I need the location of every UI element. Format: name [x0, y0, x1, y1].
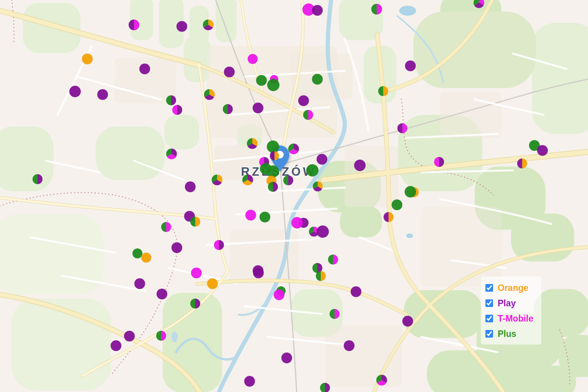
- map-viewport[interactable]: RZESZÓW Orange Play T-Mobile Plus: [0, 0, 588, 392]
- map-dot[interactable]: [303, 110, 313, 120]
- map-dot[interactable]: [397, 123, 407, 133]
- map-dot[interactable]: [306, 164, 318, 176]
- map-dot[interactable]: [288, 144, 299, 154]
- legend-panel: Orange Play T-Mobile Plus: [481, 276, 541, 345]
- map-dot[interactable]: [405, 186, 416, 198]
- map-dot[interactable]: [161, 222, 171, 232]
- map-dot[interactable]: [111, 340, 121, 351]
- map-dot[interactable]: [298, 95, 309, 106]
- map-dot[interactable]: [191, 268, 202, 278]
- map-dot[interactable]: [291, 217, 303, 229]
- legend-row-play: Play: [485, 296, 537, 311]
- map-dot[interactable]: [474, 0, 484, 8]
- map-dot[interactable]: [371, 4, 382, 15]
- map-dot[interactable]: [190, 217, 200, 227]
- map-dot[interactable]: [328, 255, 338, 265]
- plus-checkbox[interactable]: [485, 330, 493, 338]
- map-dot[interactable]: [172, 105, 182, 115]
- map-dot[interactable]: [245, 210, 256, 220]
- map-dot[interactable]: [253, 103, 263, 113]
- map-dot[interactable]: [212, 175, 222, 185]
- map-dot[interactable]: [312, 74, 323, 85]
- map-dot[interactable]: [274, 289, 284, 300]
- legend-label-play: Play: [498, 298, 516, 309]
- map-dot[interactable]: [517, 158, 527, 168]
- map-dot[interactable]: [97, 89, 108, 100]
- legend-row-orange: Orange: [485, 280, 537, 296]
- map-dot[interactable]: [267, 79, 279, 91]
- map-dot[interactable]: [317, 154, 327, 165]
- legend-row-tmobile: T-Mobile: [485, 311, 537, 326]
- map-dot[interactable]: [203, 20, 214, 30]
- map-dot[interactable]: [185, 181, 196, 192]
- map-dot[interactable]: [267, 140, 279, 153]
- map-dot[interactable]: [134, 278, 145, 289]
- map-dot[interactable]: [537, 145, 548, 156]
- map-dot[interactable]: [313, 181, 323, 191]
- map-dot[interactable]: [244, 376, 255, 387]
- map-dot[interactable]: [69, 86, 81, 97]
- map-dot[interactable]: [157, 289, 167, 299]
- map-dot[interactable]: [402, 316, 413, 327]
- map-dot[interactable]: [166, 95, 176, 105]
- map-dot[interactable]: [378, 86, 388, 96]
- map-dot[interactable]: [351, 286, 361, 297]
- legend-label-plus: Plus: [498, 329, 516, 339]
- map-dot[interactable]: [156, 331, 166, 341]
- map-dot[interactable]: [260, 212, 270, 222]
- map-dot[interactable]: [253, 268, 264, 278]
- map-dot[interactable]: [283, 175, 293, 185]
- map-dot[interactable]: [376, 375, 387, 385]
- map-dot[interactable]: [344, 340, 354, 351]
- map-dot[interactable]: [172, 242, 182, 253]
- map-dot[interactable]: [317, 225, 329, 238]
- map-dot[interactable]: [176, 21, 187, 32]
- map-dot[interactable]: [392, 199, 402, 210]
- map-dot[interactable]: [33, 174, 42, 184]
- map-dot[interactable]: [129, 20, 139, 30]
- map-dot[interactable]: [434, 157, 444, 167]
- map-dot[interactable]: [248, 54, 258, 64]
- play-checkbox[interactable]: [485, 299, 493, 307]
- map-dot[interactable]: [190, 299, 200, 309]
- map-dot[interactable]: [214, 240, 224, 250]
- map-dot[interactable]: [224, 67, 235, 77]
- legend-row-plus: Plus: [485, 326, 537, 341]
- map-dot[interactable]: [354, 160, 366, 171]
- map-dot[interactable]: [166, 149, 177, 159]
- map-dot[interactable]: [384, 212, 394, 222]
- legend-label-orange: Orange: [498, 283, 529, 293]
- map-dot[interactable]: [204, 89, 215, 100]
- map-dot[interactable]: [223, 104, 233, 114]
- orange-checkbox[interactable]: [485, 284, 493, 292]
- map-dot[interactable]: [268, 182, 278, 192]
- map-dot[interactable]: [281, 353, 292, 363]
- map-dot[interactable]: [139, 64, 150, 74]
- map-dot[interactable]: [320, 383, 330, 392]
- legend-label-tmobile: T-Mobile: [498, 314, 533, 324]
- map-dot[interactable]: [270, 151, 279, 160]
- map-dot[interactable]: [141, 253, 151, 263]
- map-dot[interactable]: [330, 309, 340, 319]
- map-dot[interactable]: [82, 54, 93, 64]
- map-dot[interactable]: [312, 5, 323, 16]
- map-dot[interactable]: [316, 271, 326, 281]
- map-dot[interactable]: [242, 175, 253, 185]
- map-dot[interactable]: [124, 331, 135, 341]
- map-dot[interactable]: [256, 75, 267, 86]
- map-dot[interactable]: [207, 278, 218, 289]
- map-dot[interactable]: [405, 60, 416, 71]
- tmobile-checkbox[interactable]: [485, 315, 493, 322]
- map-dot[interactable]: [247, 138, 258, 149]
